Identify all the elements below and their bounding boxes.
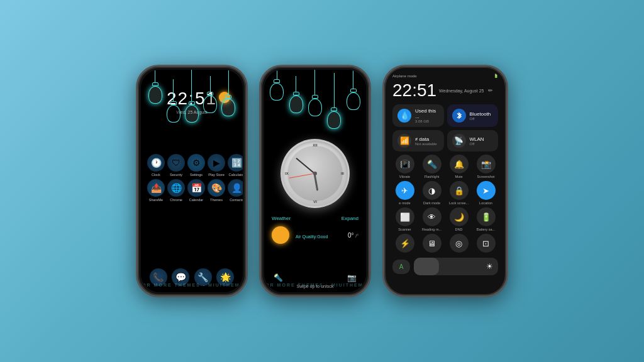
control-center: Airplane mode 🔋 22:51 Wednesday, August … bbox=[387, 70, 503, 292]
bulb-1 bbox=[148, 70, 162, 104]
brightness-fill bbox=[414, 258, 439, 275]
cc-btn-vibrate[interactable]: 📳 Vibrate bbox=[392, 155, 417, 178]
bulb-5 bbox=[221, 70, 235, 116]
cc-btn-screen[interactable]: 🖥 bbox=[419, 234, 444, 254]
brightness-icon: ☀ bbox=[486, 262, 493, 271]
lock-screen: XII III VI IX Weather Expand bbox=[264, 70, 366, 292]
wlan-tile-icon: 📡 bbox=[452, 134, 466, 148]
cc-btn-power[interactable]: ⚡ bbox=[392, 234, 417, 254]
cc-btn-dnd[interactable]: 🌙 DND bbox=[447, 207, 471, 231]
mobile-data-title: ≠ data bbox=[415, 136, 439, 142]
lock-bulbs bbox=[264, 70, 366, 133]
weather-sun-icon bbox=[272, 226, 289, 244]
lock-bulb-1 bbox=[270, 70, 284, 133]
cc-btn-scanner[interactable]: ⬜ Scanner bbox=[392, 207, 417, 231]
bluetooth-tile-icon bbox=[452, 109, 466, 123]
bluetooth-tile-sub: Off bbox=[470, 117, 494, 121]
app-clock[interactable]: 🕐 Clock bbox=[147, 154, 165, 177]
camera-icon[interactable]: 📷 bbox=[347, 273, 357, 282]
lock-bulb-5 bbox=[347, 70, 360, 133]
lock-bulb-4 bbox=[327, 73, 341, 133]
cc-tile-mobile-data[interactable]: 📶 ≠ data Not available bbox=[392, 130, 444, 151]
airplane-mode-label: Airplane mode bbox=[392, 74, 417, 78]
expand-button[interactable]: Expand bbox=[341, 216, 358, 221]
app-playstore[interactable]: ▶ Play Store bbox=[208, 154, 225, 177]
phone-center: XII III VI IX Weather Expand bbox=[259, 65, 371, 297]
cc-btn-mute[interactable]: 🔔 Mute bbox=[447, 155, 471, 178]
cc-btn-location[interactable]: ➤ Location bbox=[474, 181, 498, 205]
cc-btn-darkmode[interactable]: ◑ Dark mode bbox=[419, 181, 444, 205]
cc-btn-circle[interactable]: ◎ bbox=[447, 234, 471, 254]
cc-icons-grid-1: 📳 Vibrate 🔦 Flashlight 🔔 Mute 📸 Screensh… bbox=[392, 155, 498, 254]
temperature-display: 0° /° bbox=[348, 232, 358, 239]
cc-bottom-row: A ☀ bbox=[392, 258, 498, 275]
phone-right: Airplane mode 🔋 22:51 Wednesday, August … bbox=[382, 65, 508, 297]
cc-status-bar: Airplane mode 🔋 bbox=[392, 74, 498, 78]
lock-weather-row: Weather Expand bbox=[264, 213, 366, 224]
app-icons-grid: 🕐 Clock 🛡 Security ⚙ Settings ▶ Play Sto… bbox=[141, 151, 243, 265]
watermark: VISIT FOR MORE THEMES - MIUITHEMER.COM bbox=[141, 283, 243, 287]
battery-icon: 🔋 bbox=[494, 74, 498, 78]
bulb-2 bbox=[167, 79, 180, 123]
cc-btn-battery[interactable]: 🔋 Battery sa... bbox=[474, 207, 498, 231]
analog-clock-container: XII III VI IX bbox=[280, 139, 350, 208]
phones-container: 22:51 Wed, 25 August bbox=[130, 0, 514, 362]
phone-right-screen: Airplane mode 🔋 22:51 Wednesday, August … bbox=[387, 70, 503, 292]
cc-btn-lockscreen[interactable]: 🔒 Lock scree... bbox=[447, 181, 471, 205]
bulb-4 bbox=[203, 76, 217, 113]
mobile-data-sub: Not available bbox=[415, 142, 439, 146]
clock-center-dot bbox=[313, 172, 317, 175]
cc-time: 22:51 bbox=[392, 80, 436, 101]
data-tile-title: Used this ... bbox=[415, 108, 439, 119]
air-quality-text: Air Quality:Good bbox=[296, 229, 328, 241]
app-security[interactable]: 🛡 Security bbox=[167, 154, 185, 177]
app-themes[interactable]: 🎨 Themes bbox=[208, 179, 225, 202]
cc-btn-screenshot[interactable]: 📸 Screenshot bbox=[474, 155, 498, 178]
data-tile-sub: 3.08 GB bbox=[415, 119, 439, 123]
home-screen: 22:51 Wed, 25 August bbox=[141, 70, 243, 292]
lock-weather-info: Air Quality:Good 0° /° bbox=[264, 224, 366, 246]
cc-tile-data[interactable]: 💧 Used this ... 3.08 GB bbox=[392, 104, 444, 127]
wlan-title: WLAN bbox=[470, 136, 494, 142]
analog-clock: XII III VI IX bbox=[280, 139, 350, 208]
phone-left: 22:51 Wed, 25 August bbox=[136, 65, 248, 297]
brightness-slider[interactable]: ☀ bbox=[414, 258, 498, 275]
weather-button[interactable]: Weather bbox=[272, 216, 291, 221]
app-calculator[interactable]: 🔢 Calculator bbox=[228, 154, 243, 177]
wlan-sub: Off bbox=[470, 142, 494, 146]
edit-icon[interactable]: ✏ bbox=[488, 87, 493, 94]
cc-btn-airplane[interactable]: ✈ e mode bbox=[392, 181, 417, 205]
cc-tiles-row: 💧 Used this ... 3.08 GB bbox=[392, 104, 498, 151]
cc-time-row: 22:51 Wednesday, August 25 ✏ bbox=[392, 80, 498, 101]
data-tile-icon: 💧 bbox=[397, 109, 411, 123]
bluetooth-tile-title: Bluetooth bbox=[470, 111, 494, 117]
cc-btn-reading[interactable]: 👁 Reading m... bbox=[419, 207, 444, 231]
lock-bulb-2 bbox=[289, 76, 303, 133]
watermark-center: VISIT FOR MORE THEMES - MIUITHEMER.COM bbox=[264, 283, 366, 287]
keyboard-button[interactable]: A bbox=[392, 260, 410, 274]
bulb-3 bbox=[185, 70, 199, 123]
flashlight-icon[interactable]: 🔦 bbox=[274, 273, 283, 282]
app-chrome[interactable]: 🌐 Chrome bbox=[167, 179, 185, 202]
cc-tile-wlan[interactable]: 📡 WLAN Off bbox=[447, 130, 499, 151]
cc-btn-flashlight[interactable]: 🔦 Flashlight bbox=[419, 155, 444, 178]
app-shareme[interactable]: 📤 ShareMe bbox=[147, 179, 165, 202]
phone-left-screen: 22:51 Wed, 25 August bbox=[141, 70, 243, 292]
cc-tile-bluetooth[interactable]: Bluetooth Off bbox=[447, 104, 499, 127]
phone-center-screen: XII III VI IX Weather Expand bbox=[264, 70, 366, 292]
cc-btn-grid[interactable]: ⊡ bbox=[474, 234, 498, 254]
app-contacts[interactable]: 👤 Contacts bbox=[228, 179, 243, 202]
cc-date: Wednesday, August 25 bbox=[439, 89, 484, 93]
bulbs-area: 22:51 Wed, 25 August bbox=[141, 70, 243, 145]
app-calendar[interactable]: 📅 Calendar bbox=[187, 179, 205, 202]
lock-bulb-3 bbox=[308, 70, 322, 133]
mobile-data-tile-icon: 📶 bbox=[397, 134, 411, 148]
lock-bottom-icons: 🔦 📷 bbox=[264, 273, 366, 282]
app-settings[interactable]: ⚙ Settings bbox=[187, 154, 205, 177]
